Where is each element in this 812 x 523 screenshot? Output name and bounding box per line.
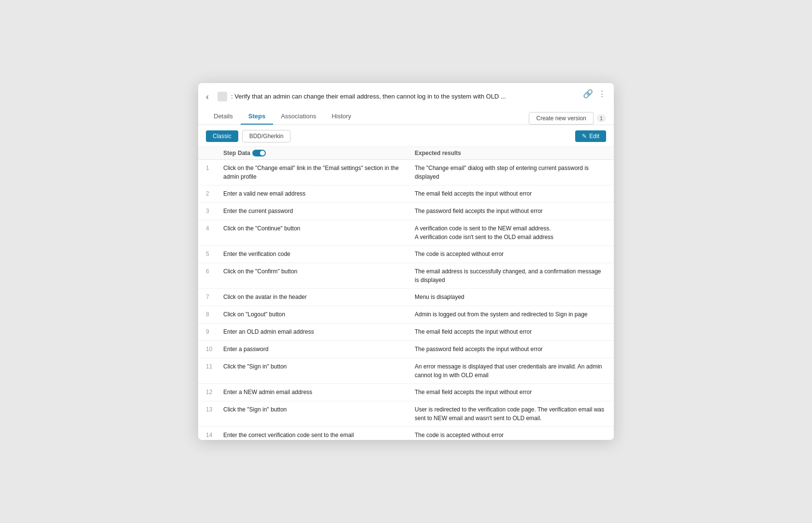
table-row: 10Enter a passwordThe password field acc… bbox=[198, 341, 614, 358]
step-col-header: Step Data bbox=[223, 150, 415, 156]
step-number: 9 bbox=[206, 327, 223, 335]
table-row: 3Enter the current passwordThe password … bbox=[198, 203, 614, 220]
step-expected-result: The code is accepted without error bbox=[415, 250, 606, 258]
table-row: 13Click the "Sign in" buttonUser is redi… bbox=[198, 401, 614, 427]
more-icon[interactable]: ⋮ bbox=[598, 89, 606, 99]
data-toggle-pill[interactable] bbox=[252, 150, 266, 156]
step-number: 4 bbox=[206, 224, 223, 232]
step-number: 1 bbox=[206, 164, 223, 171]
step-expected-result: An error message is displayed that user … bbox=[415, 362, 606, 380]
table-row: 4Click on the "Continue" buttonA verific… bbox=[198, 220, 614, 246]
table-row: 6Click on the "Confirm" buttonThe email … bbox=[198, 263, 614, 289]
step-description: Click on "Logout" button bbox=[223, 310, 415, 319]
step-description: Click the "Sign in" button bbox=[223, 362, 415, 371]
step-description: Click on the "Confirm" button bbox=[223, 267, 415, 276]
step-number: 12 bbox=[206, 388, 223, 396]
step-description: Enter a password bbox=[223, 345, 415, 353]
step-description: Click on the "Continue" button bbox=[223, 224, 415, 233]
table-row: 5Enter the verification codeThe code is … bbox=[198, 246, 614, 263]
step-description: Click the "Sign in" button bbox=[223, 405, 415, 414]
header-left: ‹ : Verify that an admin can change thei… bbox=[206, 92, 583, 101]
step-description: Click on the avatar in the header bbox=[223, 293, 415, 301]
num-col-header bbox=[206, 150, 223, 156]
step-number: 5 bbox=[206, 250, 223, 257]
step-number: 2 bbox=[206, 189, 223, 197]
data-label: Data bbox=[238, 150, 250, 156]
step-description: Enter the verification code bbox=[223, 250, 415, 258]
step-expected-result: The email address is successfully change… bbox=[415, 267, 606, 284]
tabs: Details Steps Associations History bbox=[206, 109, 359, 125]
toolbar: Classic BDD/Gherkin ✎ Edit bbox=[198, 125, 614, 147]
window-title: : Verify that an admin can change their … bbox=[231, 93, 506, 100]
step-number: 7 bbox=[206, 293, 223, 300]
step-number: 13 bbox=[206, 405, 223, 413]
table-row: 12Enter a NEW admin email addressThe ema… bbox=[198, 384, 614, 401]
step-description: Enter an OLD admin email address bbox=[223, 327, 415, 336]
table-row: 7Click on the avatar in the headerMenu i… bbox=[198, 289, 614, 306]
step-expected-result: Menu is disaplayed bbox=[415, 293, 606, 301]
classic-button[interactable]: Classic bbox=[206, 130, 238, 142]
table-row: 1Click on the "Change email" link in the… bbox=[198, 160, 614, 185]
toolbar-right: ✎ Edit bbox=[575, 130, 606, 142]
header-actions: 🔗 ⋮ bbox=[583, 89, 606, 99]
step-number: 14 bbox=[206, 431, 223, 438]
steps-list: 1Click on the "Change email" link in the… bbox=[198, 160, 614, 440]
version-badge: 1 bbox=[596, 114, 606, 122]
step-expected-result: User is redirected to the verification c… bbox=[415, 405, 606, 423]
expected-header-label: Expected results bbox=[415, 150, 461, 156]
tab-history[interactable]: History bbox=[324, 109, 359, 125]
step-expected-result: The email field accepts the input withou… bbox=[415, 327, 606, 336]
tab-details[interactable]: Details bbox=[206, 109, 241, 125]
step-expected-result: A verification code is sent to the NEW e… bbox=[415, 224, 606, 241]
step-description: Enter a NEW admin email address bbox=[223, 388, 415, 396]
step-number: 6 bbox=[206, 267, 223, 275]
step-expected-result: The email field accepts the input withou… bbox=[415, 388, 606, 396]
step-header-label: Step bbox=[223, 150, 236, 156]
step-expected-result: The code is accepted without error bbox=[415, 431, 606, 439]
step-expected-result: The password field accepts the input wit… bbox=[415, 207, 606, 215]
step-expected-result: The "Change email" dialog with step of e… bbox=[415, 164, 606, 181]
toolbar-left: Classic BDD/Gherkin bbox=[206, 130, 290, 142]
tab-associations[interactable]: Associations bbox=[273, 109, 324, 125]
step-expected-result: The email field accepts the input withou… bbox=[415, 189, 606, 198]
back-button[interactable]: ‹ bbox=[206, 92, 209, 101]
create-version-area: Create new version 1 bbox=[529, 112, 606, 125]
edit-button[interactable]: ✎ Edit bbox=[575, 130, 606, 142]
table-row: 11Click the "Sign in" buttonAn error mes… bbox=[198, 358, 614, 384]
title-icon bbox=[218, 92, 227, 101]
table-row: 9Enter an OLD admin email addressThe ema… bbox=[198, 324, 614, 341]
step-description: Enter the correct verification code sent… bbox=[223, 431, 415, 439]
step-number: 11 bbox=[206, 362, 223, 370]
data-toggle[interactable]: Data bbox=[238, 150, 266, 156]
table-header: Step Data Expected results bbox=[198, 147, 614, 160]
bdd-button[interactable]: BDD/Gherkin bbox=[242, 130, 291, 142]
main-window: ‹ : Verify that an admin can change thei… bbox=[198, 83, 614, 440]
step-description: Enter a valid new email address bbox=[223, 189, 415, 198]
step-expected-result: The password field accepts the input wit… bbox=[415, 345, 606, 353]
step-description: Enter the current password bbox=[223, 207, 415, 215]
create-version-button[interactable]: Create new version bbox=[529, 112, 593, 125]
step-description: Click on the "Change email" link in the … bbox=[223, 164, 415, 181]
step-expected-result: Admin is logged out from the system and … bbox=[415, 310, 606, 319]
window-header: ‹ : Verify that an admin can change thei… bbox=[198, 83, 614, 104]
table-row: 8Click on "Logout" buttonAdmin is logged… bbox=[198, 306, 614, 324]
step-number: 3 bbox=[206, 207, 223, 214]
tab-steps[interactable]: Steps bbox=[241, 109, 273, 125]
expected-col-header: Expected results bbox=[415, 150, 606, 156]
edit-icon: ✎ bbox=[582, 133, 587, 140]
link-icon[interactable]: 🔗 bbox=[583, 89, 593, 99]
step-number: 10 bbox=[206, 345, 223, 353]
step-number: 8 bbox=[206, 310, 223, 318]
table-row: 2Enter a valid new email addressThe emai… bbox=[198, 185, 614, 203]
table-row: 14Enter the correct verification code se… bbox=[198, 427, 614, 440]
edit-label: Edit bbox=[589, 133, 599, 140]
